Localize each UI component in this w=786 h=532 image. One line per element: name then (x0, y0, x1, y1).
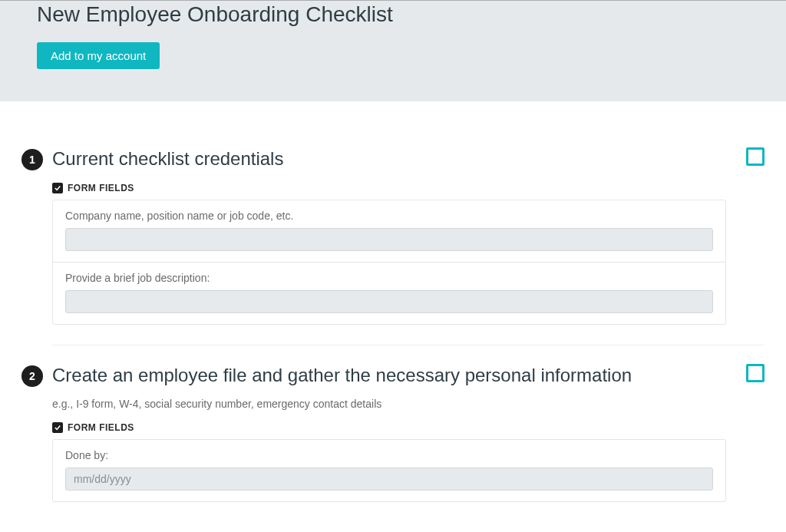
form-fields-label: FORM FIELDS (68, 422, 134, 433)
step-number-badge: 1 (21, 149, 43, 170)
step-description: e.g., I-9 form, W-4, social security num… (52, 398, 726, 410)
header-band: New Employee Onboarding Checklist Add to… (0, 0, 786, 101)
form-field-row: Done by: (53, 440, 725, 501)
checklist-step: 1 Current checklist credentials FORM FIE… (21, 147, 765, 325)
field-input[interactable] (65, 228, 713, 251)
form-field-row: Provide a brief job description: (53, 262, 725, 324)
date-input[interactable] (65, 468, 713, 491)
form-fields-icon (52, 422, 63, 433)
form-fields-card: Done by: (52, 439, 726, 502)
form-fields-heading: FORM FIELDS (52, 183, 726, 193)
form-fields-heading: FORM FIELDS (52, 422, 726, 433)
step-checkbox[interactable] (746, 364, 765, 382)
page-title: New Employee Onboarding Checklist (37, 1, 786, 27)
step-title: Create an employee file and gather the n… (52, 364, 726, 387)
step-number-badge: 2 (21, 365, 43, 387)
field-label: Provide a brief job description: (65, 272, 713, 284)
field-input[interactable] (65, 290, 713, 313)
form-fields-label: FORM FIELDS (68, 183, 134, 193)
form-field-row: Company name, position name or job code,… (53, 200, 725, 262)
add-to-account-button[interactable]: Add to my account (37, 42, 160, 69)
checklist-content: 1 Current checklist credentials FORM FIE… (0, 101, 786, 532)
field-label: Company name, position name or job code,… (65, 210, 713, 222)
field-label: Done by: (65, 449, 713, 461)
step-title: Current checklist credentials (52, 147, 726, 170)
step-divider (52, 345, 765, 345)
form-fields-icon (52, 183, 63, 193)
checklist-step: 2 Create an employee file and gather the… (21, 364, 765, 502)
step-checkbox[interactable] (746, 147, 765, 166)
form-fields-card: Company name, position name or job code,… (52, 200, 726, 325)
